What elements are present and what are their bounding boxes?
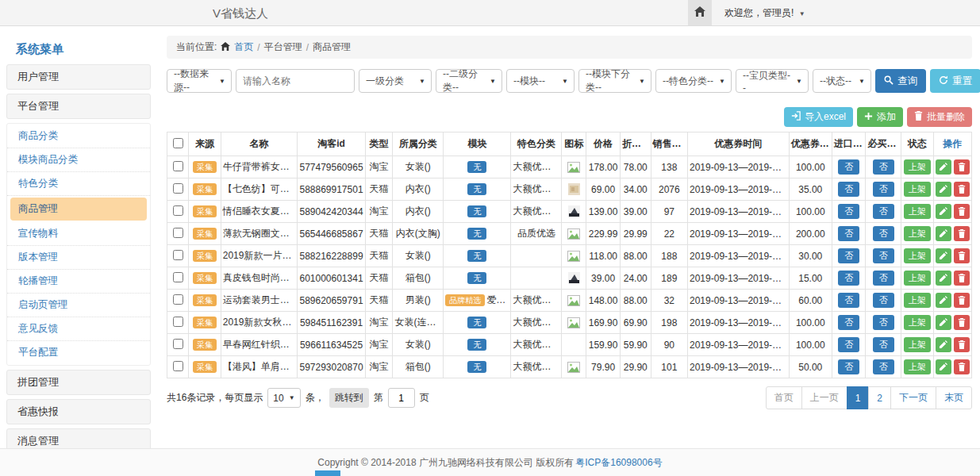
- status-button[interactable]: 上架: [904, 315, 931, 330]
- sidebar-sub-item[interactable]: 模块商品分类: [7, 148, 150, 172]
- edit-button[interactable]: [936, 293, 951, 308]
- sidebar-sub-item[interactable]: 轮播管理: [7, 270, 150, 294]
- row-checkbox[interactable]: [173, 294, 183, 305]
- sidebar-sub-item[interactable]: 商品分类: [7, 125, 150, 148]
- jump-button[interactable]: 跳转到: [329, 388, 369, 408]
- sidebar-group-item[interactable]: 平台管理: [6, 94, 151, 119]
- filter-select[interactable]: --宝贝类型--▼: [736, 69, 809, 93]
- must-buy-toggle[interactable]: 否: [873, 271, 894, 286]
- import-optional-toggle[interactable]: 否: [838, 293, 859, 308]
- delete-button[interactable]: [954, 226, 970, 241]
- search-button[interactable]: 查询: [875, 69, 926, 93]
- delete-button[interactable]: [954, 204, 970, 219]
- import-optional-toggle[interactable]: 否: [838, 337, 859, 352]
- breadcrumb-item[interactable]: 平台管理: [264, 40, 302, 54]
- sidebar-group-item[interactable]: 用户管理: [6, 64, 151, 90]
- import-optional-toggle[interactable]: 否: [838, 248, 859, 263]
- status-button[interactable]: 上架: [904, 182, 931, 197]
- must-buy-toggle[interactable]: 否: [873, 315, 894, 330]
- user-menu[interactable]: 欢迎您，管理员! ▼: [724, 6, 805, 20]
- row-checkbox[interactable]: [173, 272, 183, 282]
- breadcrumb-home-link[interactable]: 首页: [234, 40, 253, 54]
- status-button[interactable]: 上架: [904, 159, 931, 175]
- filter-select[interactable]: --状态--▼: [813, 69, 871, 93]
- row-checkbox[interactable]: [173, 228, 183, 238]
- icp-link[interactable]: 粤ICP备16098006号: [575, 456, 662, 470]
- name-search-input[interactable]: [236, 69, 355, 93]
- status-button[interactable]: 上架: [904, 359, 931, 374]
- must-buy-toggle[interactable]: 否: [873, 204, 894, 219]
- edit-button[interactable]: [936, 204, 951, 219]
- edit-button[interactable]: [936, 182, 951, 197]
- sidebar-sub-item[interactable]: 意见反馈: [7, 317, 150, 341]
- page-button[interactable]: 末页: [936, 386, 972, 409]
- delete-button[interactable]: [954, 359, 970, 374]
- import-optional-toggle[interactable]: 否: [838, 315, 859, 330]
- row-checkbox[interactable]: [173, 339, 183, 349]
- page-button[interactable]: 下一页: [890, 386, 936, 409]
- must-buy-toggle[interactable]: 否: [873, 159, 894, 175]
- import-optional-toggle[interactable]: 否: [838, 204, 859, 219]
- delete-button[interactable]: [954, 271, 970, 286]
- filter-select[interactable]: --模块下分类--▼: [578, 69, 651, 93]
- row-checkbox[interactable]: [173, 205, 183, 216]
- edit-button[interactable]: [936, 248, 951, 263]
- jump-page-input[interactable]: [388, 388, 415, 408]
- row-checkbox[interactable]: [173, 250, 183, 260]
- sidebar-sub-item[interactable]: 启动页管理: [7, 294, 150, 317]
- delete-button[interactable]: [954, 293, 970, 308]
- edit-button[interactable]: [936, 337, 951, 352]
- sidebar-sub-item[interactable]: 平台配置: [7, 341, 150, 364]
- status-button[interactable]: 上架: [904, 271, 931, 286]
- import-optional-toggle[interactable]: 否: [838, 159, 859, 175]
- page-size-select[interactable]: 10 ▼: [267, 388, 300, 408]
- row-checkbox[interactable]: [173, 317, 183, 327]
- edit-button[interactable]: [936, 159, 951, 175]
- home-button[interactable]: [688, 0, 712, 25]
- must-buy-toggle[interactable]: 否: [873, 248, 894, 263]
- import-optional-toggle[interactable]: 否: [838, 226, 859, 241]
- must-buy-toggle[interactable]: 否: [873, 226, 894, 241]
- import-optional-toggle[interactable]: 否: [838, 182, 859, 197]
- page-button[interactable]: 2: [868, 386, 891, 409]
- filter-select[interactable]: 一级分类▼: [359, 69, 432, 93]
- edit-button[interactable]: [936, 315, 951, 330]
- import-excel-button[interactable]: 导入excel: [784, 107, 853, 127]
- delete-button[interactable]: [954, 248, 970, 263]
- sidebar-sub-item[interactable]: 版本管理: [7, 246, 150, 270]
- page-button[interactable]: 1: [847, 386, 870, 409]
- sidebar-sub-item[interactable]: 特色分类: [7, 172, 150, 196]
- delete-button[interactable]: [954, 315, 970, 330]
- status-button[interactable]: 上架: [904, 293, 931, 308]
- edit-button[interactable]: [936, 271, 951, 286]
- delete-button[interactable]: [954, 337, 970, 352]
- must-buy-toggle[interactable]: 否: [873, 337, 894, 352]
- status-button[interactable]: 上架: [904, 226, 931, 241]
- must-buy-toggle[interactable]: 否: [873, 359, 894, 374]
- must-buy-toggle[interactable]: 否: [873, 182, 894, 197]
- sidebar-sub-item[interactable]: 宣传物料: [7, 222, 150, 246]
- batch-delete-button[interactable]: 批量删除: [907, 107, 972, 127]
- filter-select[interactable]: --特色分类--▼: [655, 69, 732, 93]
- add-button[interactable]: 添加: [857, 107, 903, 127]
- delete-button[interactable]: [954, 182, 970, 197]
- sidebar-sub-item[interactable]: 商品管理: [10, 198, 147, 221]
- row-checkbox[interactable]: [173, 361, 183, 371]
- import-optional-toggle[interactable]: 否: [838, 359, 859, 374]
- reset-button[interactable]: 重置: [930, 69, 980, 93]
- status-button[interactable]: 上架: [904, 204, 931, 219]
- row-checkbox[interactable]: [173, 161, 183, 171]
- filter-select[interactable]: --数据来源--▼: [167, 69, 232, 93]
- import-optional-toggle[interactable]: 否: [838, 271, 859, 286]
- sidebar-group-item[interactable]: 省惠快报: [6, 399, 151, 424]
- status-button[interactable]: 上架: [904, 248, 931, 263]
- sidebar-group-item[interactable]: 拼团管理: [6, 370, 151, 395]
- status-button[interactable]: 上架: [904, 337, 931, 352]
- select-all-checkbox[interactable]: [173, 138, 183, 148]
- filter-select[interactable]: --模块--▼: [506, 69, 575, 93]
- must-buy-toggle[interactable]: 否: [873, 293, 894, 308]
- edit-button[interactable]: [936, 226, 951, 241]
- filter-select[interactable]: --二级分类--▼: [436, 69, 502, 93]
- row-checkbox[interactable]: [173, 183, 183, 194]
- delete-button[interactable]: [954, 159, 970, 175]
